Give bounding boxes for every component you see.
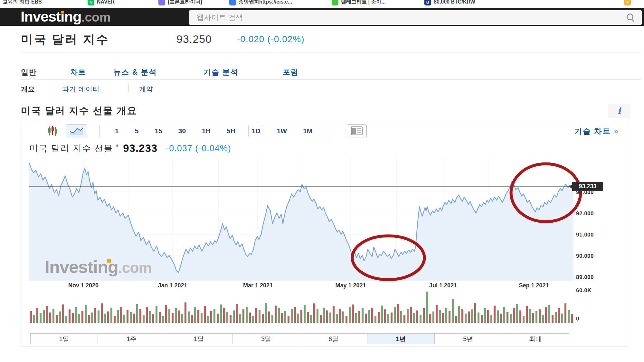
x-axis-label: May 1 2021 [325, 282, 376, 289]
price-chart-canvas[interactable]: Investing.com [21, 122, 628, 347]
star-icon: ✦ [624, 0, 631, 5]
y-axis-label: 93.000 [576, 189, 611, 196]
logo-com: .com [81, 10, 111, 24]
subnav-separator [50, 84, 50, 92]
bookmark-item[interactable]: 텔레그리트 | 중아... [332, 0, 386, 6]
bookmark-label: 80,000 BTC/KRW [434, 0, 475, 5]
bookmark-item[interactable]: B80,000 BTC/KRW [424, 0, 475, 6]
tab-news-analysis[interactable]: 뉴스 & 분석 [113, 67, 157, 77]
bookmark-label: 텔레그리트 | 중아... [341, 0, 386, 5]
range-button-5[interactable]: 6달 [300, 334, 367, 344]
y-axis-label: 91.000 [576, 232, 611, 238]
bookmark-item[interactable]: ✦ [624, 0, 631, 6]
section-heading: 미국 달러 지수 선물 개요 [21, 104, 137, 117]
browser-bookmarks-bar: 교육의 정답 EBSNNAVER[프론트라이너]중앙웹피https://cis.… [0, 0, 644, 7]
tab-general[interactable]: 일반 [21, 67, 37, 77]
bookmark-item[interactable]: [프론트라이너] [158, 0, 202, 6]
x-axis-label: Sep 1 2021 [508, 282, 560, 289]
y-axis-label: 60.0K [576, 287, 611, 294]
range-button-3[interactable]: 1달 [165, 334, 232, 344]
instrument-change: -0.020 (-0.02%) [237, 34, 305, 44]
site-icon [158, 0, 165, 5]
subnav-overview[interactable]: 개요 [21, 85, 35, 94]
x-axis-label: Mar 1 2021 [232, 282, 284, 289]
x-axis-label: Jan 1 2021 [147, 282, 198, 289]
svg-text:Investing.com: Investing.com [45, 257, 151, 276]
subnav-contracts[interactable]: 계약 [139, 85, 153, 94]
bookmark-label: 중앙웹피https://cis.c... [239, 0, 292, 5]
page: 교육의 정답 EBSNNAVER[프론트라이너]중앙웹피https://cis.… [0, 0, 644, 362]
y-axis-label: 92.000 [576, 210, 611, 217]
range-button-1[interactable]: 1일 [31, 334, 98, 344]
x-axis-label: Jul 1 2021 [417, 282, 469, 289]
bookmark-label: NAVER [97, 0, 115, 5]
bookmark-label: [프론트라이너] [168, 0, 202, 5]
tab-charts[interactable]: 차트 [70, 67, 86, 77]
range-button-7[interactable]: 5년 [435, 334, 502, 344]
range-button-8[interactable]: 최대 [502, 334, 569, 344]
chart-widget: 1515301H5H1D1W1M 기술 차트» 미국 달러 지수 선물 ♦ 93… [21, 122, 628, 347]
range-button-2[interactable]: 1주 [98, 334, 165, 344]
tabs-divider [21, 79, 641, 79]
search-icon[interactable] [627, 14, 633, 20]
divider [21, 52, 641, 52]
range-button-4[interactable]: 3달 [232, 334, 300, 344]
investing-logo[interactable]: Investing.com [21, 8, 111, 25]
watermark-orange-dot [107, 259, 111, 263]
site-icon [229, 0, 236, 5]
tab-technical[interactable]: 기술 분석 [204, 67, 238, 77]
range-button-6[interactable]: 1년 [367, 334, 435, 344]
instrument-price: 93.250 [176, 33, 212, 45]
site-icon [332, 0, 338, 5]
naver-icon: N [88, 0, 94, 5]
active-tab-caret [30, 76, 36, 83]
y-axis-label: 90.000 [576, 253, 611, 259]
y-axis-label: 0 [576, 316, 611, 322]
bookmark-item[interactable]: NNAVER [88, 0, 115, 6]
bookmark-item[interactable]: 교육의 정답 EBS [3, 0, 42, 6]
x-axis-label: Nov 1 2020 [58, 282, 109, 289]
info-icon[interactable]: i [608, 104, 630, 118]
bookmark-label: 교육의 정답 EBS [3, 0, 42, 5]
subnav-separator [128, 84, 128, 92]
coin-icon: B [424, 0, 431, 5]
bookmark-item[interactable]: 중앙웹피https://cis.c... [229, 0, 292, 6]
tab-forum[interactable]: 포럼 [283, 67, 299, 77]
page-title: 미국 달러 지수 [21, 32, 109, 48]
search-input[interactable] [189, 11, 641, 24]
y-axis-label: 89.000 [576, 274, 611, 281]
site-header: Investing.com [0, 8, 644, 26]
range-selector: 1일1주1달3달6달1년5년최대 [30, 333, 569, 344]
subnav-historical-data[interactable]: 과거 데이터 [62, 85, 100, 94]
logo-text: Investing [21, 8, 81, 25]
